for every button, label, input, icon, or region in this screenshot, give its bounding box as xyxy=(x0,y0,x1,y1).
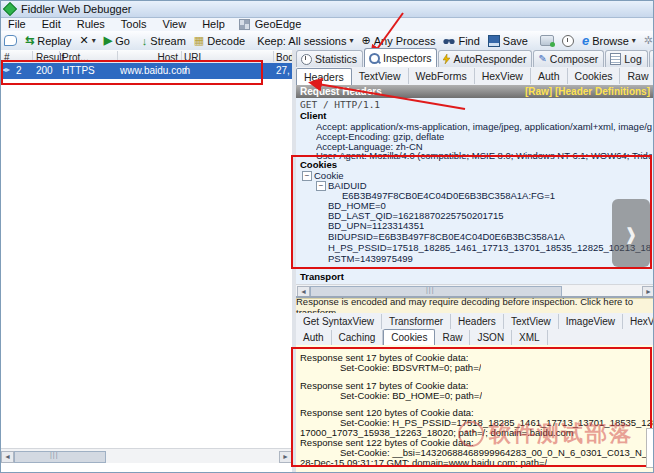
scrollbar-grip: ||| xyxy=(426,286,434,293)
tab-get-syntaxview[interactable]: Get SyntaxView xyxy=(296,314,382,329)
tab-resp-xml[interactable]: XML xyxy=(512,330,548,345)
tab-imageview[interactable]: ImageView xyxy=(559,314,623,329)
column-divider[interactable] xyxy=(273,51,274,62)
camera-icon xyxy=(540,35,554,46)
any-process-button[interactable]: ⊕Any Process xyxy=(357,32,439,49)
tab-resp-hexview[interactable]: HexView xyxy=(623,314,654,329)
column-protocol[interactable]: Prot... xyxy=(62,52,89,63)
stream-button[interactable]: ↓Stream xyxy=(138,32,190,49)
menu-tools[interactable]: Tools xyxy=(113,18,155,31)
screenshot-button[interactable] xyxy=(536,32,558,49)
tab-log[interactable]: Log xyxy=(605,50,648,67)
session-column-header: # Result Prot... Host URL Bod xyxy=(0,50,292,64)
tab-headers[interactable]: Headers xyxy=(296,68,352,86)
watermark: 软件测试部落 xyxy=(458,420,654,448)
next-image-chevron[interactable]: › xyxy=(612,199,650,267)
chevron-down-icon: ▾ xyxy=(632,36,636,45)
tab-hexview[interactable]: HexView xyxy=(475,68,531,84)
request-headers-title: Request Headers xyxy=(296,86,382,97)
tab-statistics[interactable]: Statistics xyxy=(296,50,363,67)
response-set-cookie: Set-Cookie: BD_HOME=0; path=/ xyxy=(340,390,482,401)
tree-collapse-icon[interactable]: − xyxy=(302,171,312,181)
column-host[interactable]: Host xyxy=(120,52,178,63)
remove-sessions-button[interactable]: ✕▾ xyxy=(75,32,99,49)
request-line: GET / HTTP/1.1 xyxy=(300,99,380,110)
session-list-hscrollbar[interactable]: ◄ ||| ► xyxy=(0,448,292,463)
session-url: / xyxy=(184,65,187,76)
tab-transformer[interactable]: Transformer xyxy=(382,314,451,329)
tab-webforms[interactable]: WebForms xyxy=(409,68,475,84)
lightning-icon xyxy=(443,54,450,64)
tab-caching[interactable]: Caching xyxy=(332,330,384,345)
column-url[interactable]: URL xyxy=(184,52,204,63)
timer-button[interactable] xyxy=(558,32,578,49)
browse-button[interactable]: eBrowse▾ xyxy=(578,32,640,49)
find-button[interactable]: Find xyxy=(439,32,483,49)
tab-resp-textview[interactable]: TextView xyxy=(504,314,559,329)
response-inspector-tab-strip-1: Get SyntaxView Transformer Headers TextV… xyxy=(296,313,654,330)
floppy-icon xyxy=(488,35,500,47)
decode-label: Decode xyxy=(207,35,245,47)
session-body-size: 27, xyxy=(276,65,290,76)
cookie-bidupsid: BIDUPSID=E6B3B497F8CB0E4C04D0E6B3BC358A1… xyxy=(328,231,565,242)
column-divider[interactable] xyxy=(32,51,33,62)
request-headers-titlebar: Request Headers [Raw] [Header Definition… xyxy=(296,85,654,98)
session-type-icon: ◂▸ xyxy=(2,65,10,74)
client-section-label: Client xyxy=(300,110,326,121)
session-host: www.baidu.com xyxy=(120,65,178,76)
column-divider[interactable] xyxy=(181,51,182,62)
menu-edit[interactable]: Edit xyxy=(34,18,69,31)
tab-filters[interactable]: Filters xyxy=(649,50,654,67)
watermark-text: 软件测试部落 xyxy=(489,420,633,448)
menu-file[interactable]: File xyxy=(0,18,34,31)
column-divider[interactable] xyxy=(117,51,118,62)
menu-rules[interactable]: Rules xyxy=(69,18,113,31)
header-definitions-link[interactable]: [Header Definitions] xyxy=(555,86,650,97)
scroll-left-button[interactable]: ◄ xyxy=(1,451,14,463)
tab-resp-auth[interactable]: Auth xyxy=(296,330,332,345)
request-inspector-tab-strip: Headers TextView WebForms HexView Auth C… xyxy=(296,67,654,86)
tab-resp-headers[interactable]: Headers xyxy=(451,314,504,329)
tab-raw[interactable]: Raw xyxy=(620,68,654,84)
scrollbar-thumb[interactable] xyxy=(14,451,106,463)
tab-inspectors[interactable]: Inspectors xyxy=(364,48,437,67)
tab-resp-cookies[interactable]: Cookies xyxy=(383,329,435,346)
stream-label: Stream xyxy=(150,35,185,47)
tab-autoresponder[interactable]: AutoResponder xyxy=(438,50,532,67)
x-icon: ✕ xyxy=(79,34,88,47)
session-list-body xyxy=(0,79,292,448)
save-button[interactable]: Save xyxy=(484,32,532,49)
tree-collapse-icon[interactable]: − xyxy=(316,181,326,191)
menu-help[interactable]: Help xyxy=(194,18,233,31)
raw-link[interactable]: [Raw] xyxy=(525,86,552,97)
comment-button[interactable] xyxy=(0,32,21,49)
column-divider[interactable] xyxy=(59,51,60,62)
clock-icon xyxy=(562,35,574,47)
tab-composer[interactable]: ✎Composer xyxy=(533,50,604,67)
session-row-selected[interactable]: ◂▸ 2 200 HTTPS www.baidu.com / 27, xyxy=(0,63,292,79)
any-process-label: Any Process xyxy=(374,35,436,47)
keep-sessions-dropdown[interactable]: Keep: All sessions▾ xyxy=(253,32,357,49)
tab-textview[interactable]: TextView xyxy=(352,68,409,84)
scroll-right-button[interactable]: ► xyxy=(279,451,292,463)
inspector-tab-strip: Statistics Inspectors AutoResponder ✎Com… xyxy=(296,50,654,68)
clear-cache-button[interactable]: ✲✕Clear Cache xyxy=(640,32,654,49)
replay-button[interactable]: ⇆Replay xyxy=(21,32,75,49)
column-result[interactable]: Result xyxy=(36,52,64,63)
chevron-down-icon: ▾ xyxy=(92,36,96,45)
comment-balloon-icon xyxy=(4,35,17,46)
tab-resp-raw[interactable]: Raw xyxy=(435,330,470,345)
play-icon: ▶ xyxy=(104,34,112,47)
replay-arrows-icon: ⇆ xyxy=(25,34,34,47)
scrollbar-grip: ||| xyxy=(50,451,58,458)
tab-auth[interactable]: Auth xyxy=(531,68,568,84)
tab-cookies[interactable]: Cookies xyxy=(568,68,621,84)
decode-button[interactable]: ▦Decode xyxy=(190,32,249,49)
tab-resp-json[interactable]: JSON xyxy=(470,330,512,345)
go-button[interactable]: ▶Go xyxy=(100,32,134,49)
menu-view[interactable]: View xyxy=(155,18,195,31)
menu-geoedge[interactable]: GeoEdge xyxy=(253,18,309,31)
stream-arrow-icon: ↓ xyxy=(142,35,148,47)
fiddler-logo-icon xyxy=(3,1,17,15)
column-number[interactable]: # xyxy=(4,52,10,63)
